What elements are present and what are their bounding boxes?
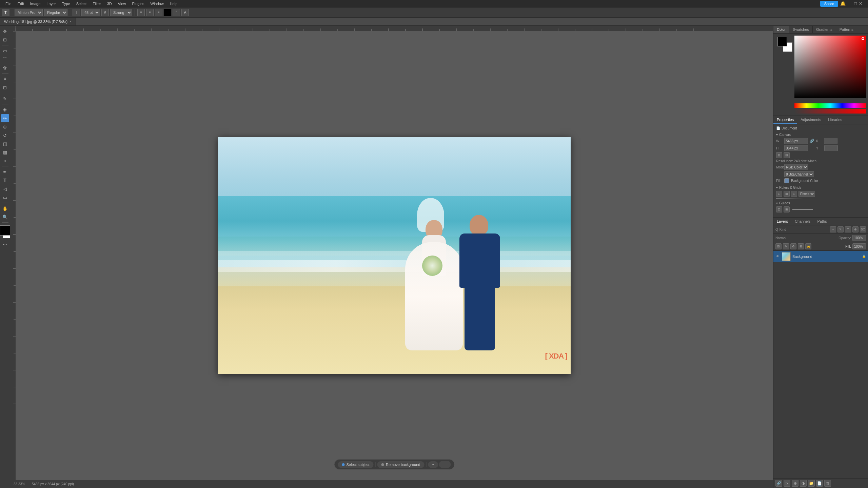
canvas-scroll-area[interactable]: [ XDA ] Select subject Remove background [16,31,773,480]
libraries-tab[interactable]: Libraries [825,116,846,124]
path-select-tool[interactable]: ◁ [1,185,9,193]
remove-background-btn[interactable]: Remove background [377,461,425,468]
fill-color-swatch[interactable] [784,178,789,183]
foreground-color-chip[interactable] [777,37,787,46]
zoom-tool[interactable]: 🔍 [1,213,9,221]
font-size-select[interactable]: 45 pt [81,9,100,16]
menu-type[interactable]: Type [59,1,73,6]
canvas-section-title[interactable]: ▾ Canvas [776,133,865,137]
menu-file[interactable]: File [3,1,14,6]
color-tab[interactable]: Color [773,26,789,33]
guides-title[interactable]: ▾ Guides [776,201,865,205]
lock-transparent-btn[interactable]: ⊡ [775,243,782,249]
canvas-y-input[interactable] [824,145,838,151]
warp-text-btn[interactable]: ⌃ [173,9,180,16]
dodge-tool[interactable]: ○ [1,157,9,165]
history-brush-tool[interactable]: ↺ [1,131,9,139]
type-tool[interactable]: T [1,176,9,184]
lasso-tool[interactable]: ⌒ [1,55,9,63]
gradients-tab[interactable]: Gradients [813,26,836,33]
foreground-color-swatch[interactable] [0,225,10,236]
guide-icon-2[interactable]: ⊞ [784,206,790,212]
canvas-align-2[interactable]: ⊟ [784,152,790,158]
delete-layer-btn[interactable]: 🗑 [824,480,831,487]
window-minimize-icon[interactable]: — [848,1,852,6]
alpha-slider[interactable] [794,109,866,114]
ai-settings-btn[interactable]: ⋯ [439,461,451,468]
add-style-btn[interactable]: fx [784,480,790,487]
canvas-x-input[interactable] [824,138,837,144]
menu-image[interactable]: Image [27,1,43,6]
layers-filter-4[interactable]: ⊕ [852,226,859,232]
menu-3d[interactable]: 3D [104,1,115,6]
layer-visibility-toggle[interactable]: 👁 [775,255,780,258]
eraser-tool[interactable]: ◫ [1,140,9,148]
font-style-select[interactable]: Regular [44,9,67,16]
link-proportions-icon[interactable]: 🔗 [809,139,814,143]
new-adjustment-btn[interactable]: ◑ [800,480,807,487]
font-family-select[interactable]: Minion Pro [15,9,43,16]
rectangular-marquee-tool[interactable]: ▭ [1,47,9,55]
color-spectrum[interactable] [794,36,866,98]
layers-filter-3[interactable]: T [845,226,851,232]
gradient-tool[interactable]: ▦ [1,148,9,156]
window-close-icon[interactable]: ✕ [859,1,863,6]
link-layers-btn[interactable]: 🔗 [775,480,782,487]
lock-artboard-btn[interactable]: ⊞ [798,243,804,249]
menu-filter[interactable]: Filter [90,1,103,6]
document-tab-close[interactable]: × [70,20,72,23]
adjustments-tab[interactable]: Adjustments [797,116,825,124]
menu-select[interactable]: Select [74,1,90,6]
crop-tool[interactable]: ⌗ [1,75,9,83]
ruler-icon-2[interactable]: ⊞ [784,191,790,197]
window-maximize-icon[interactable]: □ [854,1,857,6]
canvas-align-1[interactable]: ⊞ [776,152,782,158]
align-right-btn[interactable]: ≡ [155,9,162,16]
text-color-swatch[interactable] [164,9,171,16]
color-gradient-area[interactable] [794,36,866,114]
align-left-btn[interactable]: ≡ [137,9,145,16]
layers-filter-2[interactable]: ✎ [837,226,844,232]
new-layer-btn[interactable]: 📄 [816,480,823,487]
hue-slider[interactable] [794,103,866,108]
new-group-btn[interactable]: 📁 [808,480,815,487]
eyedropper-tool[interactable]: ✎ [1,95,9,103]
pen-tool[interactable]: ✒ [1,168,9,176]
add-mask-btn[interactable]: ⊕ [792,480,798,487]
brush-tool[interactable]: ✏ [1,114,9,122]
notification-icon[interactable]: 🔔 [840,1,846,6]
healing-brush-tool[interactable]: ✚ [1,106,9,114]
document-tab[interactable]: Wedding-181.jpg @ 33.33% (RGB/8#) × [0,18,76,25]
mode-select[interactable]: RGB Color [784,164,808,170]
guide-icon-1[interactable]: ⊡ [776,206,782,212]
canvas-height-input[interactable] [784,145,808,151]
properties-tab[interactable]: Properties [773,116,797,124]
ai-options-btn[interactable]: ≈ [428,461,438,468]
layers-filter-1[interactable]: ≡ [830,226,836,232]
hand-tool[interactable]: ✋ [1,204,9,212]
layers-filter-5[interactable]: SC [860,226,866,232]
lock-position-btn[interactable]: ✥ [790,243,796,249]
share-button[interactable]: Share [820,1,838,7]
patterns-tab[interactable]: Patterns [836,26,857,33]
ruler-icon-1[interactable]: ⊡ [776,191,782,197]
extra-tools-btn[interactable]: ⋯ [1,240,9,248]
menu-layer[interactable]: Layer [44,1,59,6]
menu-view[interactable]: View [115,1,129,6]
rulers-grids-title[interactable]: ▾ Rulers & Grids [776,186,865,189]
frame-tool[interactable]: ⊡ [1,83,9,92]
rulers-units-select[interactable]: Pixels [798,191,815,197]
menu-help[interactable]: Help [167,1,180,6]
menu-plugins[interactable]: Plugins [129,1,147,6]
clone-stamp-tool[interactable]: ⊕ [1,123,9,131]
lock-all-btn[interactable]: 🔒 [805,243,811,249]
bit-depth-select[interactable]: 8 Bits/Channel [784,171,814,177]
ruler-icon-3[interactable]: ⊟ [791,191,797,197]
character-panel-btn[interactable]: A [181,9,189,16]
antialiasing-select[interactable]: Strong [110,9,132,16]
menu-edit[interactable]: Edit [15,1,27,6]
channels-tab[interactable]: Channels [791,218,814,225]
swatches-tab[interactable]: Swatches [789,26,813,33]
color-swatches-widget[interactable] [777,37,792,52]
align-center-btn[interactable]: ≡ [146,9,154,16]
